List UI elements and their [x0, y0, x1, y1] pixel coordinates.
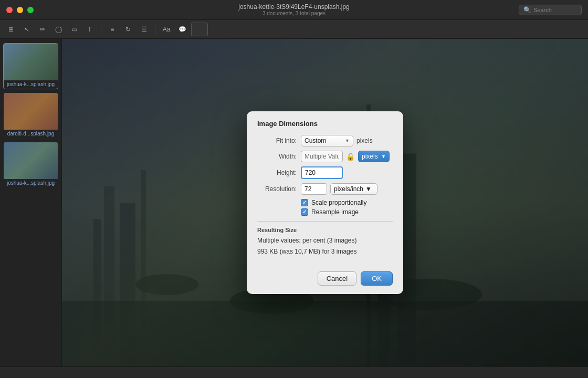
fit-into-select[interactable]: Custom ▼ — [301, 135, 353, 146]
cancel-button[interactable]: Cancel — [318, 271, 356, 286]
toolbar-btn-text-format[interactable]: Aa — [160, 23, 173, 36]
resulting-size-line2: 993 KB (was 10,7 MB) for 3 images — [257, 247, 393, 256]
toolbar-btn-align[interactable]: ≡ — [106, 23, 119, 36]
document-count-label: 3 documents, 3 total pages — [262, 10, 326, 16]
sidebar-item-1[interactable]: joshua-k...splash.jpg — [3, 43, 58, 89]
resulting-size-line1: Multiple values: per cent (3 images) — [257, 236, 393, 245]
scale-proportionally-checkbox[interactable] — [301, 199, 308, 206]
sidebar-label-1: joshua-k...splash.jpg — [4, 80, 58, 89]
height-input[interactable] — [301, 166, 343, 179]
resample-image-label: Resample image — [311, 208, 359, 216]
sidebar: joshua-k...splash.jpg darolti-d...splash… — [0, 39, 62, 366]
toolbar-btn-fill[interactable] — [191, 23, 208, 36]
toolbar-btn-select[interactable]: ↖ — [20, 23, 34, 36]
width-label: Width: — [257, 153, 297, 160]
titlebar-right: 🔍 Search — [519, 5, 582, 15]
thumbnail-3 — [4, 142, 58, 179]
height-controls — [301, 166, 393, 179]
width-unit-value: pixels — [362, 153, 378, 160]
toolbar-sep-2 — [155, 24, 155, 35]
scale-proportionally-label: Scale proportionally — [311, 199, 366, 206]
image-dimensions-modal: Image Dimensions Fit into: Custom ▼ pixe… — [247, 111, 403, 295]
modal-body: Fit into: Custom ▼ pixels Width: — [247, 133, 403, 267]
titlebar: joshua-kettle-3tS9l49LeF4-unsplash.jpg 3… — [0, 0, 588, 20]
sidebar-item-2[interactable]: darolti-d...splash.jpg — [3, 92, 58, 139]
search-placeholder: Search — [533, 7, 552, 13]
scale-proportionally-row: Scale proportionally — [301, 199, 393, 206]
sidebar-item-3[interactable]: joshua-k...splash.jpg — [3, 142, 58, 188]
fit-into-row: Fit into: Custom ▼ pixels — [257, 135, 393, 146]
resample-image-checkbox[interactable] — [301, 208, 308, 216]
minimize-button[interactable] — [17, 7, 23, 13]
fit-into-chevron: ▼ — [345, 138, 350, 143]
toolbar-btn-new[interactable]: ⊞ — [4, 23, 18, 36]
toolbar-sep-1 — [101, 24, 101, 35]
modal-footer: Cancel OK — [247, 266, 403, 294]
filename-label: joshua-kettle-3tS9l49LeF4-unsplash.jpg — [238, 3, 349, 10]
modal-divider — [257, 221, 393, 222]
resample-image-row: Resample image — [301, 208, 393, 216]
lock-icon: 🔒 — [346, 152, 355, 161]
modal-overlay: Image Dimensions Fit into: Custom ▼ pixe… — [62, 39, 588, 366]
toolbar-btn-draw[interactable]: ✏ — [36, 23, 49, 36]
thumbnail-2 — [4, 93, 58, 130]
resolution-input[interactable] — [301, 183, 327, 195]
resolution-unit-select[interactable]: pixels/inch ▼ — [330, 183, 377, 195]
fullscreen-button[interactable] — [27, 7, 34, 13]
toolbar-btn-type[interactable]: T — [83, 23, 97, 36]
width-controls: 🔒 pixels ▼ — [301, 151, 393, 162]
search-bar[interactable]: 🔍 Search — [519, 5, 582, 15]
width-input[interactable] — [301, 151, 343, 162]
toolbar: ⊞ ↖ ✏ ◯ ▭ T ≡ ↻ ☰ Aa 💬 — [0, 20, 588, 39]
resolution-label: Resolution: — [257, 185, 297, 193]
fit-into-label: Fit into: — [257, 137, 297, 144]
fit-into-suffix: pixels — [356, 137, 373, 144]
resulting-size-title: Resulting Size — [257, 227, 393, 233]
height-label: Height: — [257, 169, 297, 176]
statusbar — [0, 366, 588, 378]
traffic-lights — [6, 7, 34, 13]
ok-button[interactable]: OK — [361, 271, 393, 286]
canvas-area: Image Dimensions Fit into: Custom ▼ pixe… — [62, 39, 588, 366]
toolbar-btn-arrange[interactable]: ☰ — [137, 23, 151, 36]
resolution-unit-chevron: ▼ — [365, 185, 372, 193]
width-row: Width: 🔒 pixels ▼ — [257, 151, 393, 162]
resolution-unit-value: pixels/inch — [334, 185, 363, 193]
close-button[interactable] — [6, 7, 13, 13]
fit-into-value: Custom — [304, 137, 326, 144]
sidebar-label-3: joshua-k...splash.jpg — [4, 179, 58, 187]
search-icon: 🔍 — [523, 6, 531, 14]
resolution-controls: pixels/inch ▼ — [301, 183, 393, 195]
width-unit-chevron: ▼ — [381, 154, 386, 159]
modal-title: Image Dimensions — [247, 111, 403, 133]
window-title: joshua-kettle-3tS9l49LeF4-unsplash.jpg 3… — [238, 3, 349, 16]
thumbnail-1 — [4, 44, 58, 80]
toolbar-btn-rotate[interactable]: ↻ — [121, 23, 135, 36]
width-unit-select[interactable]: pixels ▼ — [358, 151, 390, 162]
fit-into-controls: Custom ▼ pixels — [301, 135, 393, 146]
toolbar-btn-rect[interactable]: ▭ — [67, 23, 81, 36]
main-content: joshua-k...splash.jpg darolti-d...splash… — [0, 39, 588, 366]
height-row: Height: — [257, 166, 393, 179]
toolbar-btn-shape[interactable]: ◯ — [51, 23, 65, 36]
sidebar-label-2: darolti-d...splash.jpg — [4, 130, 58, 138]
toolbar-btn-comment[interactable]: 💬 — [175, 23, 189, 36]
resolution-row: Resolution: pixels/inch ▼ — [257, 183, 393, 195]
